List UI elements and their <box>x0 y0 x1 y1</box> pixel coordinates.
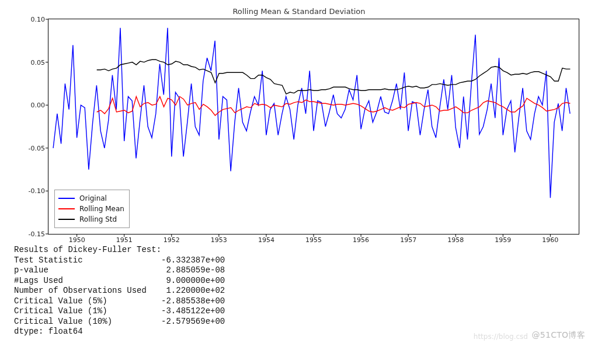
series-rolling-mean <box>97 97 571 116</box>
legend-swatch-rolling-std <box>58 219 75 220</box>
legend-label: Rolling Mean <box>79 204 124 214</box>
legend-swatch-rolling-mean <box>58 208 75 209</box>
series-original <box>53 28 570 198</box>
y-tick: 0.10 <box>31 16 49 23</box>
x-tick: 1951 <box>116 234 133 244</box>
x-tick: 1958 <box>447 234 464 244</box>
x-tick: 1960 <box>542 234 558 244</box>
legend: Original Rolling Mean Rolling Std <box>54 190 130 228</box>
x-tick: 1953 <box>211 234 227 244</box>
watermark: @51CTO博客 <box>531 330 585 341</box>
adf-results: Results of Dickey-Fuller Test: Test Stat… <box>14 245 586 337</box>
y-tick: -0.10 <box>29 187 48 195</box>
plot-frame: Original Rolling Mean Rolling Std -0.15-… <box>48 19 579 235</box>
x-tick: 1954 <box>258 234 274 244</box>
legend-item-rolling-mean: Rolling Mean <box>58 204 124 214</box>
legend-label: Original <box>79 193 107 204</box>
x-tick: 1959 <box>495 234 511 244</box>
legend-label: Rolling Std <box>79 214 117 225</box>
x-tick: 1952 <box>164 234 180 244</box>
y-tick: 0.05 <box>31 58 49 66</box>
chart-container: Rolling Mean & Standard Deviation Origin… <box>13 6 585 239</box>
legend-item-rolling-std: Rolling Std <box>58 214 124 225</box>
y-tick: 0.00 <box>31 102 49 109</box>
y-tick: -0.15 <box>29 230 48 238</box>
legend-swatch-original <box>58 198 75 199</box>
x-tick: 1956 <box>353 234 369 244</box>
x-tick: 1950 <box>69 234 85 244</box>
x-tick: 1957 <box>400 234 416 244</box>
legend-item-original: Original <box>58 193 124 204</box>
watermark-url: https://blog.csd <box>474 332 528 341</box>
x-tick: 1955 <box>305 234 322 244</box>
chart-title: Rolling Mean & Standard Deviation <box>13 6 585 18</box>
y-tick: -0.05 <box>29 144 48 152</box>
